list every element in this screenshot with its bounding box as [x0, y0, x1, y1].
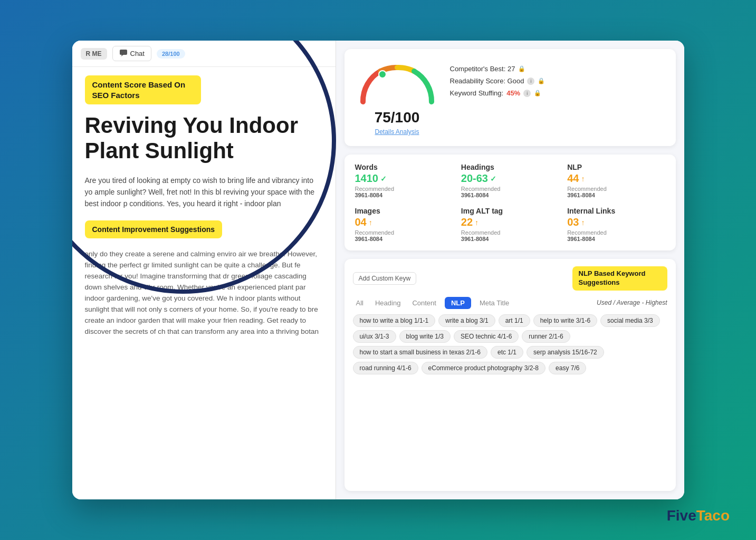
metric-nlp-value: 44 ↑	[567, 172, 665, 185]
keyword-tag[interactable]: easy 7/6	[549, 362, 586, 374]
add-custom-keyword-button[interactable]: Add Custom Keyw	[353, 272, 417, 285]
tab-meta-title[interactable]: Meta Title	[476, 297, 512, 309]
keyword-tag[interactable]: write a blog 3/1	[438, 314, 495, 327]
keywords-header: Add Custom Keyw NLP Based Keyword Sugges…	[353, 266, 667, 291]
gauge-score: 75/100	[375, 109, 420, 126]
keyword-stuffing-info-icon[interactable]: i	[523, 90, 531, 97]
metric-nlp: NLP 44 ↑ Recommended 3961-8084	[567, 163, 665, 198]
images-arrow: ↑	[369, 218, 372, 227]
metric-img-alt: Img ALT tag 22 ↑ Recommended 3961-8084	[461, 207, 559, 242]
metric-nlp-recommended: Recommended	[567, 186, 665, 192]
svg-marker-1	[121, 55, 123, 56]
score-card: 75/100 Details Analysis Competitor's Bes…	[344, 49, 676, 146]
brand-taco: Taco	[696, 507, 730, 524]
top-bar: R ME Chat 28/100	[72, 41, 336, 67]
metric-images-label: Images	[355, 207, 453, 215]
right-panel: 75/100 Details Analysis Competitor's Bes…	[336, 41, 684, 499]
brand-logo: FiveTaco	[667, 507, 730, 524]
metric-words-rec-value: 3961-8084	[355, 192, 453, 198]
keyword-tag[interactable]: etc 1/1	[491, 346, 523, 359]
metric-img-alt-recommended: Recommended	[461, 229, 559, 236]
content-area: Content Score Based On SEO Factors Reviv…	[72, 67, 336, 499]
keyword-stuffing-lock-icon: 🔒	[534, 90, 541, 97]
chat-label: Chat	[130, 50, 145, 57]
metric-images-value: 04 ↑	[355, 216, 453, 228]
metric-headings-label: Headings	[461, 163, 559, 171]
metric-internal-links-value: 03 ↑	[567, 216, 665, 228]
gauge-svg	[355, 60, 439, 107]
metric-img-alt-rec-value: 3961-8084	[461, 236, 559, 242]
tab-content[interactable]: Content	[409, 297, 439, 309]
keyword-tag[interactable]: art 1/1	[499, 314, 530, 327]
gauge-container	[355, 60, 439, 107]
svg-point-2	[379, 71, 386, 78]
metric-words-recommended: Recommended	[355, 186, 453, 192]
metric-headings-value: 20-63 ✓	[461, 172, 559, 185]
score-pill: 28/100	[157, 49, 185, 59]
metric-img-alt-value: 22 ↑	[461, 216, 559, 228]
img-alt-arrow: ↑	[475, 218, 479, 227]
article-paragraph-3: only do they create a serene and calming…	[85, 249, 323, 337]
keyword-stuffing-label: Keyword Stuffing:	[450, 89, 504, 97]
metric-nlp-label: NLP	[567, 163, 665, 171]
brand-five: Five	[667, 507, 696, 524]
metric-internal-links-recommended: Recommended	[567, 229, 665, 236]
keyword-tag[interactable]: how to start a small business in texas 2…	[353, 346, 487, 359]
score-stats: Competitor's Best: 27 🔒 Readability Scor…	[450, 60, 665, 97]
metric-headings: Headings 20-63 ✓ Recommended 3961-8084	[461, 163, 559, 198]
keywords-tabs-row: All Heading Content NLP Meta Title Used …	[353, 297, 667, 309]
lock-icon: 🔒	[518, 65, 525, 73]
keyword-stuffing-value: 45%	[506, 89, 520, 97]
tab-all[interactable]: All	[353, 297, 367, 309]
metric-nlp-rec-value: 3961-8084	[567, 192, 665, 198]
keyword-tag[interactable]: road running 4/1-6	[353, 362, 418, 374]
used-average-label: Used / Average - Highest	[597, 299, 667, 306]
keywords-panel: Add Custom Keyw NLP Based Keyword Sugges…	[344, 259, 676, 491]
keyword-tag[interactable]: blog write 1/3	[399, 330, 451, 343]
chat-button[interactable]: Chat	[112, 46, 151, 61]
metric-images: Images 04 ↑ Recommended 3961-8084	[355, 207, 453, 242]
tab-heading[interactable]: Heading	[372, 297, 404, 309]
keyword-tag[interactable]: runner 2/1-6	[522, 330, 570, 343]
metric-internal-links: Internal Links 03 ↑ Recommended 3961-808…	[567, 207, 665, 242]
metric-internal-links-rec-value: 3961-8084	[567, 236, 665, 242]
metrics-card: Words 1410 ✓ Recommended 3961-8084 Headi…	[344, 155, 676, 250]
nlp-arrow: ↑	[581, 175, 585, 183]
keyword-tag[interactable]: serp analysis 15/16-72	[527, 346, 604, 359]
readability-lock-icon: 🔒	[538, 78, 545, 85]
internal-links-arrow: ↑	[581, 218, 585, 227]
metrics-grid: Words 1410 ✓ Recommended 3961-8084 Headi…	[355, 163, 665, 242]
metric-words-value: 1410 ✓	[355, 172, 453, 185]
details-analysis-link[interactable]: Details Analysis	[375, 128, 419, 136]
keyword-tag[interactable]: how to write a blog 1/1-1	[353, 314, 436, 327]
metric-images-recommended: Recommended	[355, 229, 453, 236]
metric-words: Words 1410 ✓ Recommended 3961-8084	[355, 163, 453, 198]
rme-button[interactable]: R ME	[81, 48, 107, 60]
words-check: ✓	[380, 175, 387, 183]
left-panel: R ME Chat 28/100 Content Score Based On …	[72, 41, 336, 499]
competitors-best-stat: Competitor's Best: 27 🔒	[450, 65, 665, 73]
metric-headings-rec-value: 3961-8084	[461, 192, 559, 198]
readability-label: Readability Score: Good	[450, 77, 524, 85]
content-improvement-badge: Content Improvement Suggestions	[85, 220, 223, 238]
headings-check: ✓	[490, 175, 496, 183]
main-container: R ME Chat 28/100 Content Score Based On …	[72, 41, 684, 499]
metric-headings-recommended: Recommended	[461, 186, 559, 192]
readability-info-icon[interactable]: i	[527, 78, 534, 85]
nlp-based-badge: NLP Based Keyword Suggestions	[572, 266, 667, 291]
gauge-section: 75/100 Details Analysis	[355, 60, 439, 136]
readability-score-stat: Readability Score: Good i 🔒	[450, 77, 665, 85]
keyword-tag[interactable]: social media 3/3	[600, 314, 660, 327]
keyword-tag[interactable]: SEO technic 4/1-6	[454, 330, 519, 343]
competitors-best-label: Competitor's Best: 27	[450, 65, 515, 73]
keyword-tag[interactable]: eCommerce product photography 3/2-8	[422, 362, 546, 374]
content-score-badge: Content Score Based On SEO Factors	[85, 75, 201, 104]
metric-img-alt-label: Img ALT tag	[461, 207, 559, 215]
svg-rect-0	[120, 50, 127, 55]
keyword-tag[interactable]: help to write 3/1-6	[533, 314, 597, 327]
keyword-tag[interactable]: ui/ux 3/1-3	[353, 330, 396, 343]
chat-icon	[119, 49, 128, 59]
keywords-list: how to write a blog 1/1-1write a blog 3/…	[353, 314, 667, 374]
metric-internal-links-label: Internal Links	[567, 207, 665, 215]
tab-nlp[interactable]: NLP	[445, 297, 471, 309]
